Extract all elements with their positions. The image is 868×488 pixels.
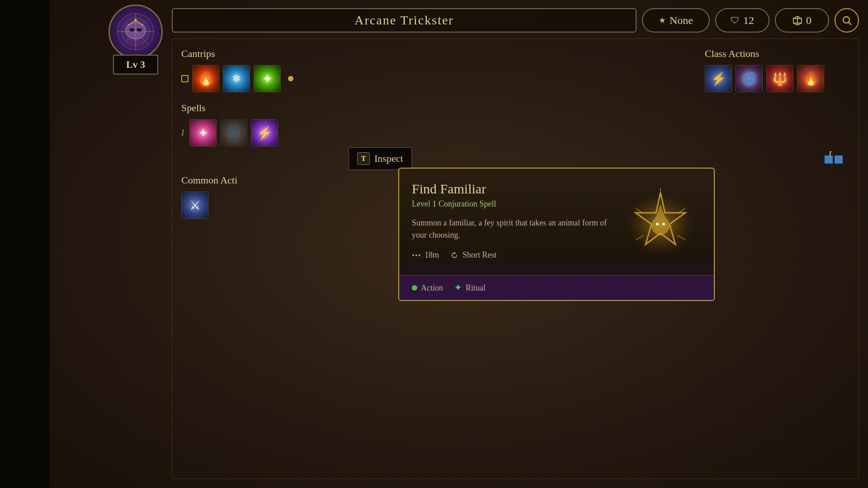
tooltip-spell-type: Level 1 Conjuration Spell: [412, 199, 611, 209]
recharge-icon: [450, 251, 459, 260]
inspect-key-text: T: [361, 155, 366, 163]
range-icon: [412, 252, 421, 258]
recharge-stat: Short Rest: [450, 250, 497, 260]
common-action-slot[interactable]: ⚔: [181, 192, 208, 219]
spell-tooltip-popup: Find Familiar Level 1 Conjuration Spell …: [398, 168, 715, 301]
level-text: Lv 3: [126, 59, 145, 70]
dice-stat-box[interactable]: 0: [775, 8, 829, 33]
svg-point-16: [843, 17, 849, 23]
class-action-slot-1[interactable]: ⚡: [705, 65, 732, 92]
top-bar: Arcane Trickster ★ None 🛡 12 0: [172, 7, 859, 34]
cantrips-label: Cantrips: [181, 48, 297, 60]
tooltip-spell-name: Find Familiar: [412, 181, 611, 197]
game-panel: Lv 3 Arcane Trickster ★ None 🛡 12 0: [50, 0, 868, 488]
tooltip-description: Summon a familiar, a fey spirit that tak…: [412, 217, 611, 241]
svg-point-23: [656, 223, 659, 225]
level-badge: Lv 3: [113, 55, 158, 75]
star-icon: ★: [659, 15, 666, 25]
tooltip-text-area: Find Familiar Level 1 Conjuration Spell …: [412, 181, 611, 260]
cantrip-green-slot[interactable]: ✦: [254, 65, 281, 92]
spell-purple-icon: ⚡: [257, 126, 273, 141]
recharge-value: Short Rest: [462, 250, 497, 260]
svg-point-7: [129, 28, 135, 32]
spell-pink-icon: ✦: [198, 126, 208, 141]
tooltip-stats: 18m Short Rest: [412, 250, 611, 260]
class-name-box: Arcane Trickster: [172, 8, 637, 33]
class-action-icon-2: 🌀: [741, 71, 757, 86]
tooltip-icon-area: [620, 181, 701, 263]
class-action-slot-4[interactable]: 🔥: [797, 65, 824, 92]
action-badge: Action: [412, 283, 443, 293]
inspect-key: T: [357, 152, 370, 165]
class-action-slot-3[interactable]: 🔱: [766, 65, 793, 92]
common-actions-row: ⚔: [181, 192, 237, 219]
cantrip-fire-slot[interactable]: 🔥: [192, 65, 219, 92]
action-label: Action: [421, 283, 443, 293]
action-dot: [412, 285, 417, 291]
spells-row: I ✦ 👤 ⚡: [181, 119, 278, 146]
common-actions-section: Common Acti ⚔: [181, 174, 237, 219]
spells-section: Spells I ✦ 👤 ⚡: [181, 102, 278, 146]
tooltip-main-area: Find Familiar Level 1 Conjuration Spell …: [399, 169, 714, 275]
ritual-badge: ✦ Ritual: [454, 282, 486, 294]
class-actions-section: Class Actions ⚡ 🌀 🔱 🔥: [705, 48, 849, 92]
tooltip-footer: Action ✦ Ritual: [399, 275, 714, 300]
avatar: [108, 5, 163, 59]
ice-icon: ❄: [232, 72, 241, 85]
ritual-label: Ritual: [466, 283, 486, 293]
range-stat: 18m: [412, 250, 439, 260]
class-action-icon-1: ⚡: [711, 71, 726, 86]
cantrip-ice-slot[interactable]: ❄: [223, 65, 250, 92]
search-button[interactable]: [835, 8, 859, 33]
class-actions-label: Class Actions: [705, 48, 849, 60]
spell-purple-slot[interactable]: ⚡: [251, 119, 278, 146]
spell-pink-slot[interactable]: ✦: [189, 119, 217, 146]
spell-gray-slot[interactable]: 👤: [220, 119, 247, 146]
familiar-icon: [622, 183, 699, 260]
cantrip-slot-indicator: [181, 75, 189, 82]
spell-level-indicator: I: [181, 128, 184, 138]
range-value: 18m: [425, 250, 439, 260]
shield-icon: 🛡: [731, 15, 740, 26]
svg-point-11: [142, 24, 143, 26]
svg-point-10: [128, 24, 130, 26]
class-action-icon-4: 🔥: [803, 71, 819, 86]
content-area: Cantrips 🔥 ❄ ✦ Spells I ✦: [172, 38, 859, 479]
hp-value: 12: [743, 14, 754, 27]
cantrips-dot: [288, 76, 293, 81]
inspect-tooltip: T Inspect: [349, 147, 412, 170]
fire-icon: 🔥: [198, 71, 214, 86]
none-stat-box[interactable]: ★ None: [642, 8, 710, 33]
avatar-container: Lv 3: [108, 5, 167, 95]
svg-point-20: [419, 254, 420, 256]
green-icon: ✦: [262, 71, 273, 86]
left-panel: [0, 0, 50, 488]
cantrips-row: 🔥 ❄ ✦: [181, 65, 297, 92]
svg-point-18: [412, 254, 414, 256]
spell-gray-icon: 👤: [226, 126, 242, 141]
ritual-icon: ✦: [454, 282, 462, 294]
blue-sq-2: [835, 155, 843, 164]
blue-squares-indicator: [825, 155, 843, 164]
action-icon: ⚔: [189, 198, 201, 213]
svg-point-19: [415, 254, 417, 256]
class-actions-row: ⚡ 🌀 🔱 🔥: [705, 65, 849, 92]
svg-line-17: [849, 22, 851, 25]
dice-icon: [793, 15, 802, 25]
search-icon: [841, 14, 853, 26]
common-actions-label: Common Acti: [181, 174, 237, 186]
hp-stat-box[interactable]: 🛡 12: [715, 8, 769, 33]
class-action-slot-2[interactable]: 🌀: [736, 65, 763, 92]
blue-sq-1: [825, 155, 833, 164]
spells-label: Spells: [181, 102, 278, 114]
inspect-label: Inspect: [374, 153, 403, 164]
cantrips-section: Cantrips 🔥 ❄ ✦: [181, 48, 297, 92]
svg-point-8: [137, 28, 142, 32]
svg-point-24: [662, 223, 665, 225]
dice-value: 0: [806, 14, 811, 27]
avatar-icon: [115, 11, 156, 52]
none-label: None: [670, 14, 693, 27]
svg-point-9: [134, 19, 137, 22]
class-name-text: Arcane Trickster: [354, 13, 453, 28]
class-action-icon-3: 🔱: [772, 71, 788, 86]
